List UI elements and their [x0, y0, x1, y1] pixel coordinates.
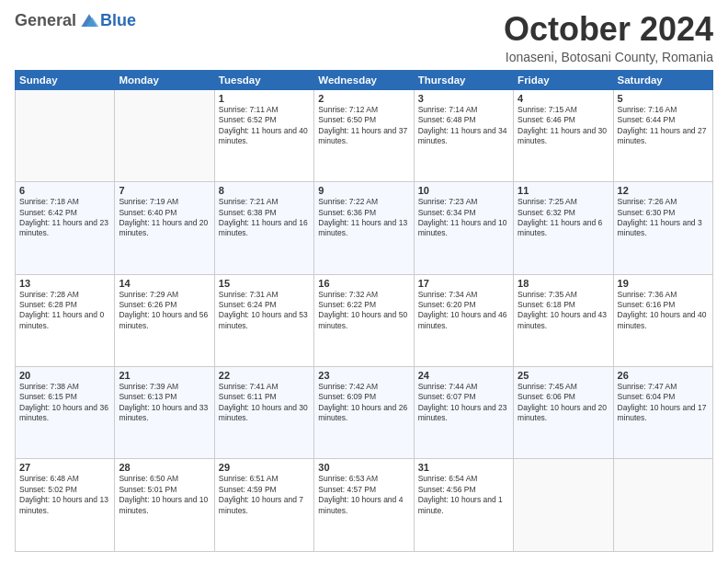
day-info: Sunrise: 6:51 AM Sunset: 4:59 PM Dayligh… — [219, 474, 310, 516]
day-number: 7 — [119, 185, 210, 196]
day-info: Sunrise: 7:22 AM Sunset: 6:36 PM Dayligh… — [318, 197, 409, 239]
week-row-2: 6Sunrise: 7:18 AM Sunset: 6:42 PM Daylig… — [16, 182, 713, 274]
calendar-cell: 19Sunrise: 7:36 AM Sunset: 6:16 PM Dayli… — [613, 274, 712, 366]
weekday-header-sunday: Sunday — [16, 70, 115, 89]
calendar-cell: 16Sunrise: 7:32 AM Sunset: 6:22 PM Dayli… — [314, 274, 414, 366]
day-number: 15 — [219, 278, 310, 289]
logo: General Blue — [15, 11, 136, 30]
day-number: 29 — [219, 462, 310, 473]
day-number: 8 — [219, 185, 310, 196]
day-info: Sunrise: 7:39 AM Sunset: 6:13 PM Dayligh… — [119, 382, 210, 424]
day-info: Sunrise: 7:19 AM Sunset: 6:40 PM Dayligh… — [119, 197, 210, 239]
day-info: Sunrise: 7:12 AM Sunset: 6:50 PM Dayligh… — [318, 105, 409, 147]
day-info: Sunrise: 7:45 AM Sunset: 6:06 PM Dayligh… — [518, 382, 609, 424]
day-info: Sunrise: 7:21 AM Sunset: 6:38 PM Dayligh… — [219, 197, 310, 239]
calendar-cell: 7Sunrise: 7:19 AM Sunset: 6:40 PM Daylig… — [115, 182, 214, 274]
calendar-cell: 26Sunrise: 7:47 AM Sunset: 6:04 PM Dayli… — [613, 367, 712, 459]
calendar-cell: 12Sunrise: 7:26 AM Sunset: 6:30 PM Dayli… — [613, 182, 712, 274]
day-info: Sunrise: 7:23 AM Sunset: 6:34 PM Dayligh… — [418, 197, 509, 239]
calendar-cell: 17Sunrise: 7:34 AM Sunset: 6:20 PM Dayli… — [414, 274, 513, 366]
weekday-header-friday: Friday — [514, 70, 613, 89]
day-number: 16 — [318, 278, 409, 289]
day-info: Sunrise: 7:11 AM Sunset: 6:52 PM Dayligh… — [219, 105, 310, 147]
day-info: Sunrise: 7:15 AM Sunset: 6:46 PM Dayligh… — [518, 105, 609, 147]
day-info: Sunrise: 6:48 AM Sunset: 5:02 PM Dayligh… — [19, 474, 110, 516]
header: General Blue October 2024 Ionaseni, Boto… — [15, 11, 713, 64]
weekday-header-thursday: Thursday — [414, 70, 513, 89]
day-number: 10 — [418, 185, 509, 196]
calendar-cell — [16, 89, 115, 181]
day-info: Sunrise: 6:50 AM Sunset: 5:01 PM Dayligh… — [119, 474, 210, 516]
calendar-cell: 21Sunrise: 7:39 AM Sunset: 6:13 PM Dayli… — [115, 367, 214, 459]
day-number: 13 — [19, 278, 110, 289]
week-row-3: 13Sunrise: 7:28 AM Sunset: 6:28 PM Dayli… — [16, 274, 713, 366]
calendar-cell: 24Sunrise: 7:44 AM Sunset: 6:07 PM Dayli… — [414, 367, 513, 459]
calendar-cell: 22Sunrise: 7:41 AM Sunset: 6:11 PM Dayli… — [214, 367, 313, 459]
weekday-header-wednesday: Wednesday — [314, 70, 414, 89]
day-number: 5 — [618, 93, 709, 104]
calendar-cell: 23Sunrise: 7:42 AM Sunset: 6:09 PM Dayli… — [314, 367, 414, 459]
page: General Blue October 2024 Ionaseni, Boto… — [0, 0, 728, 563]
calendar-cell: 11Sunrise: 7:25 AM Sunset: 6:32 PM Dayli… — [514, 182, 613, 274]
calendar-cell — [514, 459, 613, 552]
calendar-cell: 29Sunrise: 6:51 AM Sunset: 4:59 PM Dayli… — [214, 459, 313, 552]
calendar-table: SundayMondayTuesdayWednesdayThursdayFrid… — [15, 70, 713, 552]
day-number: 6 — [19, 185, 110, 196]
day-number: 28 — [119, 462, 210, 473]
day-number: 26 — [618, 370, 709, 381]
day-number: 23 — [318, 370, 409, 381]
day-info: Sunrise: 7:44 AM Sunset: 6:07 PM Dayligh… — [418, 382, 509, 424]
calendar-cell: 31Sunrise: 6:54 AM Sunset: 4:56 PM Dayli… — [414, 459, 513, 552]
calendar-cell: 13Sunrise: 7:28 AM Sunset: 6:28 PM Dayli… — [16, 274, 115, 366]
day-number: 14 — [119, 278, 210, 289]
calendar-cell: 27Sunrise: 6:48 AM Sunset: 5:02 PM Dayli… — [16, 459, 115, 552]
calendar-cell: 4Sunrise: 7:15 AM Sunset: 6:46 PM Daylig… — [514, 89, 613, 181]
day-info: Sunrise: 7:38 AM Sunset: 6:15 PM Dayligh… — [19, 382, 110, 424]
day-number: 4 — [518, 93, 609, 104]
calendar-cell: 1Sunrise: 7:11 AM Sunset: 6:52 PM Daylig… — [214, 89, 313, 181]
weekday-header-row: SundayMondayTuesdayWednesdayThursdayFrid… — [16, 70, 713, 89]
day-info: Sunrise: 6:54 AM Sunset: 4:56 PM Dayligh… — [418, 474, 509, 516]
calendar-cell — [115, 89, 214, 181]
calendar-cell: 2Sunrise: 7:12 AM Sunset: 6:50 PM Daylig… — [314, 89, 414, 181]
logo-general-text: General — [15, 11, 76, 30]
day-info: Sunrise: 6:53 AM Sunset: 4:57 PM Dayligh… — [318, 474, 409, 516]
logo-icon — [78, 12, 100, 30]
calendar-cell: 20Sunrise: 7:38 AM Sunset: 6:15 PM Dayli… — [16, 367, 115, 459]
month-title: October 2024 — [504, 11, 713, 48]
calendar-cell: 5Sunrise: 7:16 AM Sunset: 6:44 PM Daylig… — [613, 89, 712, 181]
title-block: October 2024 Ionaseni, Botosani County, … — [504, 11, 713, 64]
calendar-cell: 10Sunrise: 7:23 AM Sunset: 6:34 PM Dayli… — [414, 182, 513, 274]
day-info: Sunrise: 7:29 AM Sunset: 6:26 PM Dayligh… — [119, 290, 210, 332]
day-info: Sunrise: 7:47 AM Sunset: 6:04 PM Dayligh… — [618, 382, 709, 424]
day-info: Sunrise: 7:26 AM Sunset: 6:30 PM Dayligh… — [618, 197, 709, 239]
calendar-cell: 8Sunrise: 7:21 AM Sunset: 6:38 PM Daylig… — [214, 182, 313, 274]
day-info: Sunrise: 7:35 AM Sunset: 6:18 PM Dayligh… — [518, 290, 609, 332]
day-number: 18 — [518, 278, 609, 289]
calendar-cell: 6Sunrise: 7:18 AM Sunset: 6:42 PM Daylig… — [16, 182, 115, 274]
calendar-cell: 9Sunrise: 7:22 AM Sunset: 6:36 PM Daylig… — [314, 182, 414, 274]
day-number: 31 — [418, 462, 509, 473]
day-info: Sunrise: 7:31 AM Sunset: 6:24 PM Dayligh… — [219, 290, 310, 332]
week-row-5: 27Sunrise: 6:48 AM Sunset: 5:02 PM Dayli… — [16, 459, 713, 552]
weekday-header-monday: Monday — [115, 70, 214, 89]
weekday-header-tuesday: Tuesday — [214, 70, 313, 89]
weekday-header-saturday: Saturday — [613, 70, 712, 89]
day-number: 27 — [19, 462, 110, 473]
day-info: Sunrise: 7:34 AM Sunset: 6:20 PM Dayligh… — [418, 290, 509, 332]
day-number: 1 — [219, 93, 310, 104]
day-number: 25 — [518, 370, 609, 381]
day-info: Sunrise: 7:25 AM Sunset: 6:32 PM Dayligh… — [518, 197, 609, 239]
location-title: Ionaseni, Botosani County, Romania — [504, 50, 713, 64]
day-info: Sunrise: 7:41 AM Sunset: 6:11 PM Dayligh… — [219, 382, 310, 424]
calendar-cell: 3Sunrise: 7:14 AM Sunset: 6:48 PM Daylig… — [414, 89, 513, 181]
calendar-cell: 18Sunrise: 7:35 AM Sunset: 6:18 PM Dayli… — [514, 274, 613, 366]
day-info: Sunrise: 7:18 AM Sunset: 6:42 PM Dayligh… — [19, 197, 110, 239]
week-row-1: 1Sunrise: 7:11 AM Sunset: 6:52 PM Daylig… — [16, 89, 713, 181]
day-info: Sunrise: 7:16 AM Sunset: 6:44 PM Dayligh… — [618, 105, 709, 147]
calendar-cell: 15Sunrise: 7:31 AM Sunset: 6:24 PM Dayli… — [214, 274, 313, 366]
calendar-cell: 30Sunrise: 6:53 AM Sunset: 4:57 PM Dayli… — [314, 459, 414, 552]
day-number: 3 — [418, 93, 509, 104]
calendar-cell: 25Sunrise: 7:45 AM Sunset: 6:06 PM Dayli… — [514, 367, 613, 459]
day-number: 24 — [418, 370, 509, 381]
